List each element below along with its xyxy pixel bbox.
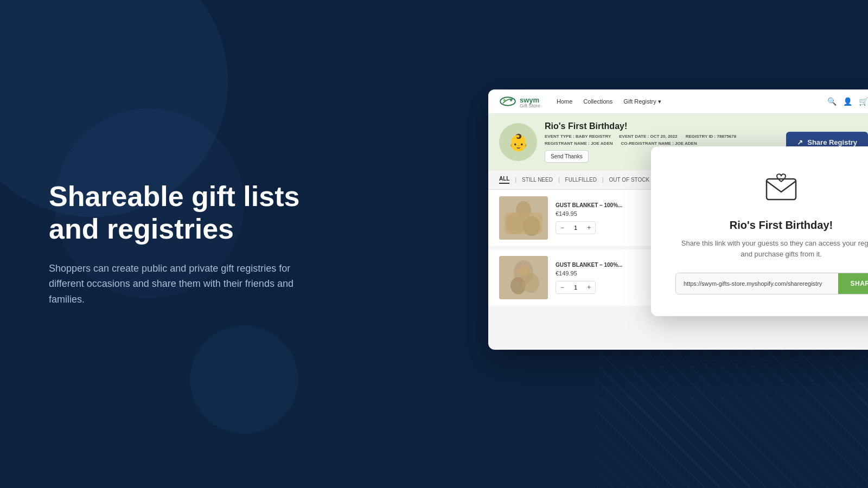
- tab-out-of-stock[interactable]: OUT OF STOCK: [609, 177, 650, 183]
- avatar: 👶: [499, 123, 537, 161]
- svg-point-12: [518, 266, 529, 277]
- share-popup-icon: [762, 168, 800, 206]
- store-navbar: swym Gift Store Home Collections Gift Re…: [488, 89, 868, 114]
- svg-point-2: [510, 99, 513, 101]
- store-logo: swym Gift Store: [499, 95, 540, 108]
- share-button[interactable]: SHARE: [838, 273, 868, 294]
- main-description: Shoppers can create public and private g…: [49, 261, 309, 307]
- quantity-control-2: − 1 +: [556, 281, 596, 294]
- nav-collections[interactable]: Collections: [583, 98, 612, 105]
- avatar-emoji: 👶: [508, 133, 528, 152]
- qty-value-2: 1: [572, 284, 579, 291]
- svg-rect-7: [505, 213, 542, 234]
- store-nav-links: Home Collections Gift Registry ▾: [557, 98, 661, 105]
- event-type: EVENT TYPE : BABY REGISTRY: [545, 134, 611, 139]
- main-heading: Shareable gift lists and registries: [49, 181, 309, 246]
- registry-meta-row2: REGISTRANT NAME : JOE ADEN CO-REGISTRANT…: [545, 141, 736, 146]
- logo-icon: [499, 96, 516, 107]
- product-image-2: [499, 256, 548, 299]
- svg-point-0: [500, 97, 515, 105]
- qty-value-1: 1: [572, 224, 579, 231]
- tab-fulfilled[interactable]: FULLFILLED: [565, 177, 597, 183]
- search-icon[interactable]: 🔍: [827, 97, 837, 106]
- qty-increase-1[interactable]: +: [583, 222, 595, 234]
- share-url-row: SHARE: [675, 273, 868, 294]
- qty-increase-2[interactable]: +: [583, 281, 595, 293]
- registrant: REGISTRANT NAME : JOE ADEN: [545, 141, 613, 146]
- quantity-control-1: − 1 +: [556, 221, 596, 234]
- svg-point-1: [503, 99, 506, 101]
- tab-all[interactable]: ALL: [499, 176, 509, 184]
- cart-icon[interactable]: 🛒: [859, 97, 868, 106]
- nav-home[interactable]: Home: [557, 98, 572, 105]
- share-icon: ↗: [797, 138, 803, 146]
- bg-decoration-circle-3: [190, 325, 298, 434]
- co-registrant: CO-REGISTRANT NAME : JOE ADEN: [621, 141, 697, 146]
- bg-diagonal-pattern: [597, 325, 868, 488]
- registry-meta-row1: EVENT TYPE : BABY REGISTRY EVENT DATE : …: [545, 134, 736, 139]
- product-image-1: [499, 196, 548, 240]
- share-popup: Rio's First Birthday! Share this link wi…: [651, 146, 868, 316]
- account-icon[interactable]: 👤: [843, 97, 852, 106]
- popup-description: Share this link with your guests so they…: [675, 238, 868, 259]
- product-img-svg-2: [499, 256, 548, 299]
- nav-gift-registry[interactable]: Gift Registry ▾: [623, 98, 661, 105]
- registry-title: Rio's First Birthday!: [545, 121, 736, 131]
- qty-decrease-1[interactable]: −: [556, 222, 569, 234]
- logo-sub: Gift Store: [520, 103, 540, 108]
- send-thanks-button[interactable]: Send Thanks: [545, 150, 589, 163]
- share-url-input[interactable]: [676, 273, 838, 294]
- product-img-svg-1: [499, 196, 548, 240]
- tab-still-need[interactable]: STILL NEED: [522, 177, 553, 183]
- qty-decrease-2[interactable]: −: [556, 281, 569, 293]
- left-content-area: Shareable gift lists and registries Shop…: [49, 181, 309, 307]
- popup-title: Rio's First Birthday!: [675, 219, 868, 232]
- nav-icon-group: 🔍 👤 🛒: [827, 97, 868, 106]
- event-date: EVENT DATE : OCT 20, 2022: [619, 134, 677, 139]
- registry-id: REGISTRY ID : 78875678: [686, 134, 736, 139]
